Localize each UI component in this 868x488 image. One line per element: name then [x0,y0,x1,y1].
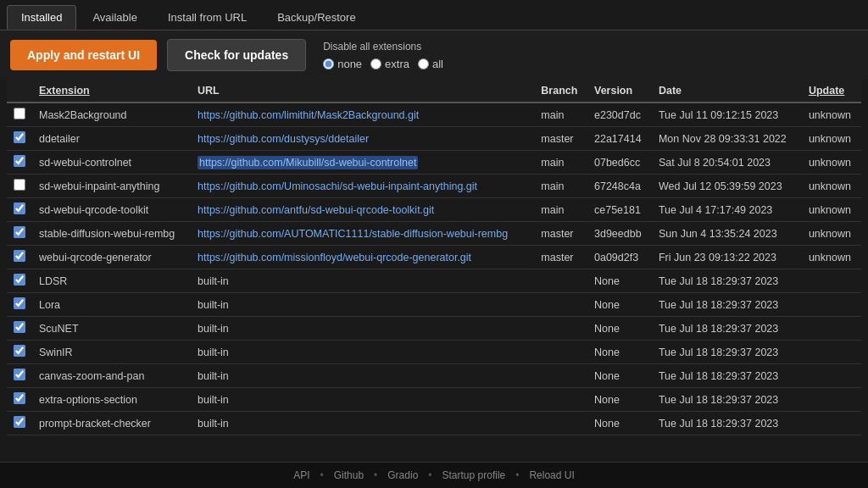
table-body: Mask2Backgroundhttps://github.com/limith… [7,103,861,435]
radio-extra-label: extra [385,58,409,70]
row-update: unknown [802,103,861,127]
tab-available[interactable]: Available [78,5,152,30]
row-checkbox-cell [7,222,32,246]
row-checkbox-cell [7,412,32,435]
footer-dot-4: • [515,469,519,481]
row-checkbox[interactable] [14,179,25,191]
row-update: unknown [802,127,861,151]
col-version: Version [587,80,652,103]
row-date: Tue Jul 18 18:29:37 2023 [652,317,802,341]
row-update: unknown [802,151,861,175]
row-date: Tue Jul 11 09:12:15 2023 [652,103,802,127]
row-branch: main [534,175,587,198]
row-name: Lora [32,293,191,317]
row-checkbox[interactable] [14,250,25,262]
disable-section: Disable all extensions none extra all [323,41,443,70]
row-url: built-in [191,317,534,341]
row-name: sd-webui-inpaint-anything [32,175,191,198]
row-name: extra-options-section [32,388,191,412]
row-checkbox-cell [7,103,32,127]
row-branch [534,388,587,412]
row-checkbox[interactable] [14,345,25,357]
row-date: Tue Jul 4 17:17:49 2023 [652,198,802,222]
row-checkbox[interactable] [14,369,25,380]
row-checkbox[interactable] [14,131,25,143]
tab-bar: Installed Available Install from URL Bac… [0,0,868,30]
row-update [802,412,861,435]
row-checkbox[interactable] [14,416,25,428]
row-branch [534,341,587,364]
row-url: https://github.com/antfu/sd-webui-qrcode… [191,198,534,222]
row-checkbox[interactable] [14,226,25,238]
row-branch [534,269,587,293]
radio-all-label: all [432,58,443,70]
row-checkbox[interactable] [14,321,25,333]
row-url: https://github.com/dustysys/ddetailer [191,127,534,151]
tab-installed[interactable]: Installed [7,5,76,30]
row-update [802,341,861,364]
row-name: ScuNET [32,317,191,341]
row-checkbox-cell [7,341,32,364]
footer-gradio-link[interactable]: Gradio [387,469,418,481]
footer-api-link[interactable]: API [293,469,309,481]
url-link[interactable]: https://github.com/missionfloyd/webui-qr… [198,252,471,263]
row-name: LDSR [32,269,191,293]
row-checkbox[interactable] [14,108,25,119]
row-date: Sat Jul 8 20:54:01 2023 [652,151,802,175]
row-update: unknown [802,175,861,198]
row-checkbox[interactable] [14,392,25,404]
apply-restart-button[interactable]: Apply and restart UI [10,40,157,70]
url-link[interactable]: https://github.com/Uminosachi/sd-webui-i… [198,180,477,192]
row-url: built-in [191,341,534,364]
row-branch: master [534,222,587,246]
col-update: Update [802,80,861,103]
footer-startup-link[interactable]: Startup profile [442,469,506,481]
row-date: Tue Jul 18 18:29:37 2023 [652,293,802,317]
row-checkbox[interactable] [14,155,25,167]
tab-install-from-url[interactable]: Install from URL [153,5,261,30]
row-version: 0a09d2f3 [587,246,652,269]
row-version: None [587,364,652,388]
row-url: https://github.com/limithit/Mask2Backgro… [191,103,534,127]
url-link[interactable]: https://github.com/antfu/sd-webui-qrcode… [198,204,434,216]
row-name: stable-diffusion-webui-rembg [32,222,191,246]
row-checkbox[interactable] [14,297,25,309]
row-url: built-in [191,412,534,435]
row-checkbox-cell [7,293,32,317]
table-row: ScuNETbuilt-inNoneTue Jul 18 18:29:37 20… [7,317,861,341]
row-update [802,364,861,388]
row-checkbox-cell [7,151,32,175]
col-date: Date [652,80,802,103]
row-branch: master [534,246,587,269]
row-checkbox[interactable] [14,274,25,286]
table-row: Mask2Backgroundhttps://github.com/limith… [7,103,861,127]
row-name: canvas-zoom-and-pan [32,364,191,388]
row-update: unknown [802,198,861,222]
row-url: https://github.com/AUTOMATIC1111/stable-… [191,222,534,246]
row-url: https://github.com/Uminosachi/sd-webui-i… [191,175,534,198]
url-link[interactable]: https://github.com/dustysys/ddetailer [198,133,369,145]
table-row: Lorabuilt-inNoneTue Jul 18 18:29:37 2023 [7,293,861,317]
radio-extra[interactable]: extra [370,58,409,70]
row-checkbox-cell [7,198,32,222]
row-name: ddetailer [32,127,191,151]
row-version: None [587,293,652,317]
check-updates-button[interactable]: Check for updates [167,39,306,71]
footer-github-link[interactable]: Github [334,469,364,481]
radio-none[interactable]: none [323,58,362,70]
row-date: Wed Jul 12 05:39:59 2023 [652,175,802,198]
row-version: None [587,412,652,435]
url-link[interactable]: https://github.com/limithit/Mask2Backgro… [198,109,419,121]
table-row: canvas-zoom-and-panbuilt-inNoneTue Jul 1… [7,364,861,388]
url-link[interactable]: https://github.com/AUTOMATIC1111/stable-… [198,228,508,240]
row-checkbox-cell [7,127,32,151]
table-row: prompt-bracket-checkerbuilt-inNoneTue Ju… [7,412,861,435]
footer-dot-3: • [428,469,431,481]
radio-all[interactable]: all [418,58,443,70]
row-url: built-in [191,364,534,388]
row-checkbox-cell [7,317,32,341]
tab-backup-restore[interactable]: Backup/Restore [263,5,370,30]
row-checkbox[interactable] [14,202,25,214]
row-version: 67248c4a [587,175,652,198]
footer-reload-link[interactable]: Reload UI [529,469,574,481]
